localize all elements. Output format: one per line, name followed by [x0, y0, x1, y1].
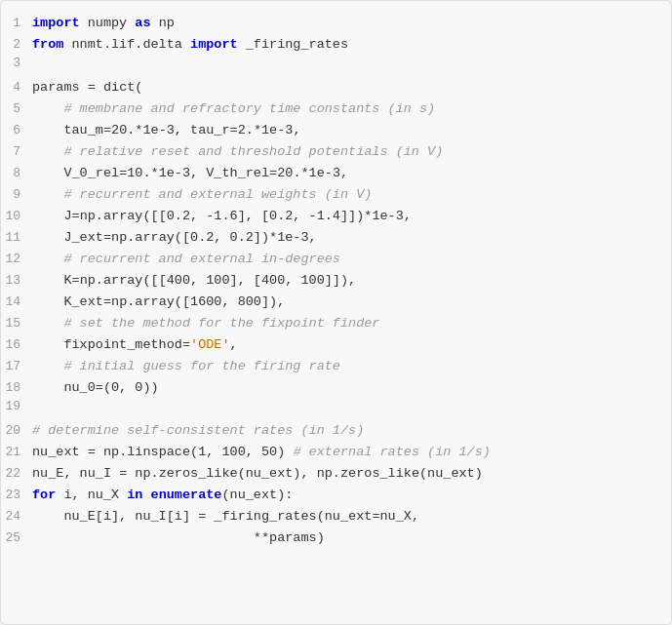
token-kw: as	[135, 16, 150, 30]
line-number: 11	[5, 230, 32, 245]
token-plain: nu_X,	[380, 509, 420, 524]
line-code: params = dict(	[32, 77, 142, 98]
line-number: 20	[5, 423, 32, 438]
code-content: 1import numpy as np2from nnmt.lif.delta …	[1, 13, 671, 549]
line-code: **params)	[32, 527, 325, 549]
token-string: 'ODE'	[190, 337, 230, 352]
code-line: 4params = dict(	[1, 77, 671, 98]
token-plain: nu_0	[32, 380, 96, 395]
line-code: # recurrent and external weights (in V)	[32, 184, 372, 206]
token-plain: _firing_rates	[238, 37, 348, 52]
code-line: 20# determine self-consistent rates (in …	[1, 420, 671, 442]
token-plain: nnmt.lif.delta	[63, 37, 190, 52]
line-code: # determine self-consistent rates (in 1/…	[32, 420, 364, 442]
token-plain: J_ext	[32, 230, 103, 245]
token-plain: np	[151, 16, 175, 30]
token-plain	[32, 359, 63, 373]
token-op: =	[103, 230, 111, 245]
token-fn: dict	[103, 80, 135, 95]
token-op: **	[254, 530, 269, 545]
token-plain: fixpoint_method	[32, 337, 182, 352]
code-line: 18 nu_0=(0, 0))	[1, 377, 671, 399]
code-line: 1import numpy as np	[1, 13, 671, 34]
code-line: 15 # set the method for the fixpoint fin…	[1, 313, 671, 334]
token-comment: # initial guess for the firing rate	[63, 359, 340, 373]
token-op: =	[182, 337, 190, 352]
code-line: 2from nnmt.lif.delta import _firing_rate…	[1, 34, 671, 56]
token-plain: 2.	[238, 123, 254, 137]
line-number: 15	[5, 316, 32, 331]
token-plain: 1e-3,	[372, 209, 412, 223]
token-plain	[32, 316, 63, 331]
token-op: =	[372, 509, 379, 524]
line-number: 5	[5, 101, 32, 116]
token-plain: np.zeros_like(nu_ext), np.zeros_like(nu_…	[127, 466, 483, 481]
line-number: 8	[5, 166, 32, 180]
line-code: nu_E[i], nu_I[i] = _firing_rates(nu_ext=…	[32, 506, 419, 527]
line-number: 2	[5, 37, 32, 52]
line-number: 23	[5, 488, 32, 502]
token-plain: 10.	[127, 166, 150, 180]
line-number: 18	[5, 380, 32, 395]
token-plain	[96, 80, 103, 95]
line-code: nu_E, nu_I = np.zeros_like(nu_ext), np.z…	[32, 463, 483, 485]
token-plain: (	[135, 80, 142, 95]
line-number: 12	[5, 252, 32, 266]
token-op: *	[254, 123, 261, 137]
line-code: nu_ext = np.linspace(1, 100, 50) # exter…	[32, 442, 491, 463]
line-code: K=np.array([[400, 100], [400, 100]]),	[32, 270, 356, 292]
token-plain	[142, 488, 150, 502]
token-plain: V_0_rel	[32, 166, 119, 180]
token-plain: numpy	[80, 16, 136, 30]
line-code: nu_0=(0, 0))	[32, 377, 159, 399]
token-plain: 1e-3,	[261, 123, 301, 137]
token-plain: np.array([1600, 800]),	[111, 294, 285, 309]
token-comment: # determine self-consistent rates (in 1/…	[32, 423, 364, 438]
token-plain: K	[32, 273, 72, 288]
code-line: 6 tau_m=20.*1e-3, tau_r=2.*1e-3,	[1, 120, 671, 141]
line-code: tau_m=20.*1e-3, tau_r=2.*1e-3,	[32, 120, 301, 141]
token-op: =	[72, 273, 80, 288]
code-line: 9 # recurrent and external weights (in V…	[1, 184, 671, 206]
token-plain: (0, 0))	[103, 380, 159, 395]
token-plain	[32, 252, 63, 266]
token-kw: in	[127, 488, 142, 502]
code-line: 21nu_ext = np.linspace(1, 100, 50) # ext…	[1, 442, 671, 463]
code-line: 17 # initial guess for the firing rate	[1, 356, 671, 377]
line-code: # relative reset and threshold potential…	[32, 141, 443, 163]
code-line: 16 fixpoint_method='ODE',	[1, 334, 671, 356]
token-plain: 20.	[277, 166, 300, 180]
line-number: 16	[5, 337, 32, 352]
token-op: *	[269, 230, 277, 245]
code-line: 8 V_0_rel=10.*1e-3, V_th_rel=20.*1e-3,	[1, 163, 671, 184]
line-number: 19	[5, 399, 32, 413]
code-line: 12 # recurrent and external in-degrees	[1, 249, 671, 270]
line-code: J=np.array([[0.2, -1.6], [0.2, -1.4]])*1…	[32, 206, 412, 227]
line-number: 4	[5, 80, 32, 95]
line-code: # set the method for the fixpoint finder	[32, 313, 379, 334]
line-number: 3	[5, 56, 32, 70]
line-number: 22	[5, 466, 32, 481]
token-op: =	[72, 209, 80, 223]
token-plain: params)	[269, 530, 325, 545]
code-line: 14 K_ext=np.array([1600, 800]),	[1, 292, 671, 313]
token-plain: 1e-3,	[309, 166, 349, 180]
code-line: 13 K=np.array([[400, 100], [400, 100]]),	[1, 270, 671, 292]
line-number: 25	[5, 530, 32, 545]
code-line: 3	[1, 56, 671, 77]
token-plain: np.array([[0.2, -1.6], [0.2, -1.4]])	[80, 209, 365, 223]
token-plain	[32, 530, 254, 545]
token-plain: i, nu_X	[56, 488, 127, 502]
code-line: 5 # membrane and refractory time constan…	[1, 98, 671, 120]
line-number: 1	[5, 16, 32, 30]
code-line: 24 nu_E[i], nu_I[i] = _firing_rates(nu_e…	[1, 506, 671, 527]
line-number: 10	[5, 209, 32, 223]
line-number: 24	[5, 509, 32, 524]
code-line: 23for i, nu_X in enumerate(nu_ext):	[1, 485, 671, 506]
token-kw: from	[32, 37, 63, 52]
line-code: # membrane and refractory time constants…	[32, 98, 435, 120]
token-comment: # relative reset and threshold potential…	[63, 144, 443, 159]
token-op: =	[88, 445, 96, 459]
token-builtin: enumerate	[151, 488, 222, 502]
token-kw: import	[32, 16, 80, 30]
